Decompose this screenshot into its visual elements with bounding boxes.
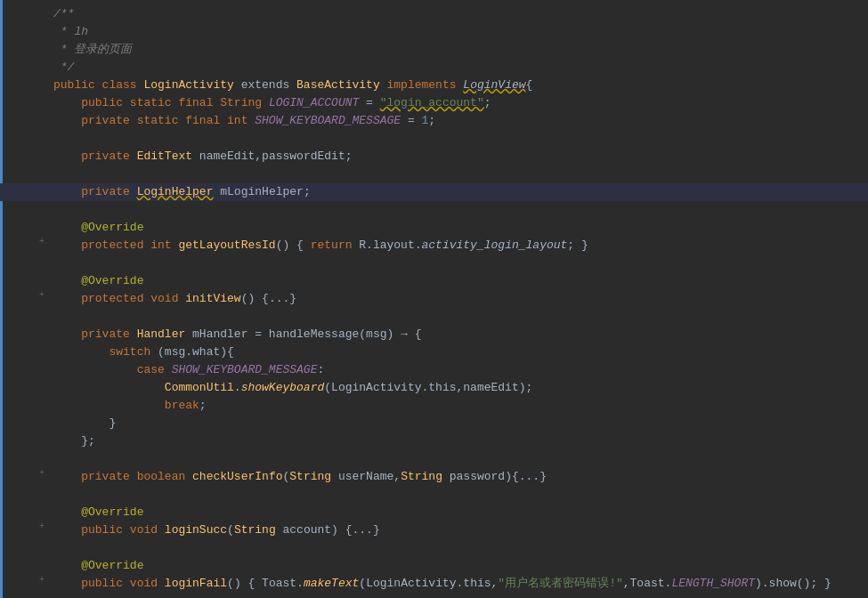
fold-icon-4[interactable]: + — [39, 521, 45, 531]
line-21: case SHOW_KEYBOARD_MESSAGE: — [0, 361, 868, 379]
line-34 — [0, 593, 868, 598]
line-19: private Handler mHandler = handleMessage… — [0, 326, 868, 343]
line-3: * 登录的页面 — [0, 41, 868, 59]
line-23: break; — [0, 397, 868, 415]
line-4: */ — [0, 59, 868, 77]
line-28 — [0, 486, 868, 504]
fold-icon-2[interactable]: + — [39, 290, 45, 300]
line-11: private LoginHelper mLoginHelper; — [0, 183, 868, 201]
line-24: } — [0, 415, 868, 432]
line-2: * lh — [0, 23, 868, 41]
line-14: + protected int getLayoutResId() { retur… — [0, 237, 868, 255]
line-26 — [0, 450, 868, 468]
line-5: public class LoginActivity extends BaseA… — [0, 77, 868, 94]
line-22: CommonUtil.showKeyboard(LoginActivity.th… — [0, 379, 868, 397]
line-27: + private boolean checkUserInfo(String u… — [0, 468, 868, 486]
line-20: switch (msg.what){ — [0, 343, 868, 361]
line-32: @Override — [0, 557, 868, 575]
line-6: public static final String LOGIN_ACCOUNT… — [0, 94, 868, 112]
line-33: + public void loginFail() { Toast.makeTe… — [0, 575, 868, 593]
line-16: @Override — [0, 272, 868, 290]
line-31 — [0, 539, 868, 557]
line-8 — [0, 130, 868, 148]
fold-icon-3[interactable]: + — [39, 468, 45, 478]
line-18 — [0, 308, 868, 326]
line-7: private static final int SHOW_KEYBOARD_M… — [0, 112, 868, 130]
line-17: + protected void initView() {...} — [0, 290, 868, 308]
line-9: private EditText nameEdit,passwordEdit; — [0, 148, 868, 166]
fold-icon-1[interactable]: + — [39, 237, 45, 246]
line-1: /** — [0, 5, 868, 23]
line-10 — [0, 166, 868, 183]
line-12 — [0, 201, 868, 219]
line-30: + public void loginSucc(String account) … — [0, 521, 868, 539]
line-29: @Override — [0, 504, 868, 521]
code-editor: /** * lh * 登录的页面 */ public class LoginAc… — [0, 0, 868, 598]
fold-icon-5[interactable]: + — [39, 575, 45, 585]
line-25: }; — [0, 432, 868, 450]
line-15 — [0, 255, 868, 272]
line-13: @Override — [0, 219, 868, 237]
